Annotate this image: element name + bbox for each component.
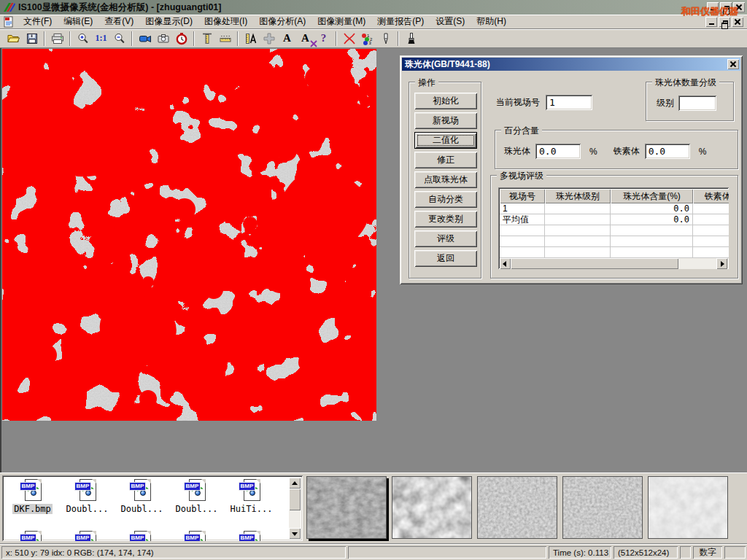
return-button[interactable]: 返回 [414, 250, 477, 267]
video-capture-icon[interactable] [136, 31, 154, 47]
binarize-button[interactable]: 二值化 [414, 132, 477, 149]
actual-size-icon[interactable]: 1:1 [92, 31, 110, 47]
file-item-partial[interactable]: BMP [5, 531, 60, 541]
grade-button[interactable]: 评级 [414, 230, 477, 247]
mdi-restore-button[interactable] [719, 17, 730, 27]
bmp-file-icon: BMP [74, 531, 101, 541]
file-name[interactable]: Doubl... [174, 504, 220, 514]
file-name[interactable]: Doubl... [120, 504, 165, 514]
scrollbar-thumb[interactable] [511, 258, 678, 269]
thumbnail-image[interactable] [562, 476, 643, 539]
toolbar-separator [398, 31, 399, 46]
dialog-close-icon[interactable] [727, 59, 739, 69]
dialog-title-bar[interactable]: 珠光体(GB/T9441-88) [402, 58, 740, 71]
title-bar: IS100显微摄像系统(金相分析版) - [zhuguangti01] [0, 0, 747, 15]
open-icon[interactable] [4, 31, 23, 47]
pick-pearlite-button[interactable]: 点取珠光体 [414, 171, 477, 188]
timer-icon[interactable] [172, 31, 190, 47]
thumbnail-image[interactable] [392, 476, 472, 539]
menu-image-display[interactable]: 图像显示(D) [139, 14, 198, 29]
grading-group-label: 珠光体数量分级 [652, 77, 719, 89]
file-item[interactable]: BMP Doubl... [115, 479, 169, 514]
file-item[interactable]: BMP HuiTi... [224, 479, 279, 514]
brush-icon[interactable] [402, 31, 420, 47]
toolbar-separator [44, 31, 45, 46]
dialog-title: 珠光体(GB/T9441-88) [405, 58, 490, 71]
curve-erase-icon[interactable] [340, 31, 358, 47]
table-row[interactable]: 1 0.0 [500, 203, 729, 214]
move-cross-icon[interactable] [260, 31, 278, 47]
caliper-vertical-icon[interactable] [198, 31, 216, 47]
micrograph-binarized-image[interactable] [2, 49, 376, 421]
ruler-label-icon[interactable] [241, 31, 260, 47]
col-pearlite-content[interactable]: 珠光体含量(%) [611, 189, 693, 203]
menu-image-processing[interactable]: 图像处理(I) [198, 14, 253, 29]
bmp-file-icon: BMP [239, 531, 265, 541]
text-delete-icon[interactable]: A [296, 31, 314, 47]
file-list-scrollbar[interactable] [289, 478, 301, 539]
percent-group: 百分含量 珠光体 % 铁素体 % [495, 130, 738, 169]
menu-settings[interactable]: 设置(S) [430, 14, 471, 29]
mdi-minimize-button[interactable] [705, 17, 717, 27]
current-field-input[interactable] [546, 95, 592, 110]
menu-help[interactable]: 帮助(H) [471, 14, 512, 29]
level-input[interactable] [678, 96, 716, 111]
ferrite-label: 铁素体 [614, 145, 640, 158]
scroll-right-icon[interactable] [716, 258, 727, 269]
menu-image-measure[interactable]: 图像测量(M) [311, 14, 371, 29]
scroll-left-icon[interactable] [500, 258, 511, 269]
file-name[interactable]: Doubl... [65, 504, 110, 514]
scrollbar-thumb[interactable] [289, 489, 301, 510]
col-field[interactable]: 视场号 [500, 189, 545, 203]
bmp-file-icon: BMP [129, 479, 155, 502]
thumbnail-image[interactable] [477, 476, 557, 539]
zoom-out-icon[interactable] [110, 31, 128, 47]
snapshot-icon[interactable] [154, 31, 172, 47]
file-item[interactable]: BMP Doubl... [60, 479, 115, 514]
new-field-button[interactable]: 新视场 [414, 112, 477, 129]
file-name[interactable]: HuiTi... [229, 504, 274, 514]
table-row-empty [500, 236, 729, 247]
save-icon[interactable] [23, 31, 41, 47]
file-name[interactable]: DKF.bmp [12, 504, 53, 514]
menu-edit[interactable]: 编辑(E) [58, 14, 98, 29]
table-row-average[interactable]: 平均值 0.0 [500, 214, 729, 225]
initialize-button[interactable]: 初始化 [414, 93, 477, 109]
ferrite-percent-input[interactable] [645, 144, 690, 159]
rgb-calibration-icon[interactable]: 1 2 3 [358, 31, 376, 47]
menu-file[interactable]: 文件(F) [18, 14, 58, 29]
ruler-horizontal-icon[interactable] [216, 31, 234, 47]
mdi-workspace: 珠光体(GB/T9441-88) 操作 初始化 新视场 二值化 修正 点取珠光体… [0, 48, 747, 472]
grading-table[interactable]: 视场号 珠光体级别 珠光体含量(%) 铁素体含量(%) 1 0.0 平均值 [498, 187, 729, 269]
file-item-partial[interactable]: BMP [60, 531, 115, 541]
print-icon[interactable] [48, 31, 66, 47]
file-item[interactable]: BMP DKF.bmp [5, 479, 60, 514]
bmp-file-icon: BMP [74, 479, 101, 502]
scroll-up-icon[interactable] [289, 478, 301, 489]
stylus-icon[interactable] [376, 31, 395, 47]
file-item[interactable]: BMP Doubl... [169, 479, 224, 514]
table-horizontal-scrollbar[interactable] [500, 258, 727, 269]
file-browser[interactable]: BMP DKF.bmp BMP Doubl... BMP Doubl... BM… [2, 475, 303, 541]
zoom-in-icon[interactable] [74, 31, 92, 47]
text-annotate-icon[interactable]: A [278, 31, 296, 47]
correct-button[interactable]: 修正 [414, 152, 477, 168]
thumbnail-image[interactable] [306, 476, 387, 539]
pearlite-percent-input[interactable] [535, 144, 581, 159]
image-size-panel: (512x512x24) [614, 546, 678, 559]
file-item-partial[interactable]: BMP [224, 531, 279, 541]
auto-classify-button[interactable]: 自动分类 [414, 191, 477, 208]
grading-table-header: 视场号 珠光体级别 珠光体含量(%) 铁素体含量(%) [500, 189, 729, 203]
file-item-partial[interactable]: BMP [115, 531, 169, 541]
menu-measure-report[interactable]: 测量报告(P) [371, 14, 430, 29]
change-class-button[interactable]: 更改类别 [414, 211, 477, 228]
menu-image-analysis[interactable]: 图像分析(A) [253, 14, 311, 29]
mdi-close-button[interactable] [732, 17, 743, 27]
thumbnail-image[interactable] [648, 476, 728, 539]
col-ferrite-content[interactable]: 铁素体含量(%) [693, 189, 729, 203]
menu-view[interactable]: 查看(V) [98, 14, 139, 29]
col-pearlite-level[interactable]: 珠光体级别 [545, 189, 611, 203]
file-item-partial[interactable]: BMP [169, 531, 224, 541]
scroll-down-icon[interactable] [289, 528, 301, 539]
status-bar: x: 510 y: 79 idx: 0 RGB: (174, 174, 174)… [0, 544, 747, 560]
